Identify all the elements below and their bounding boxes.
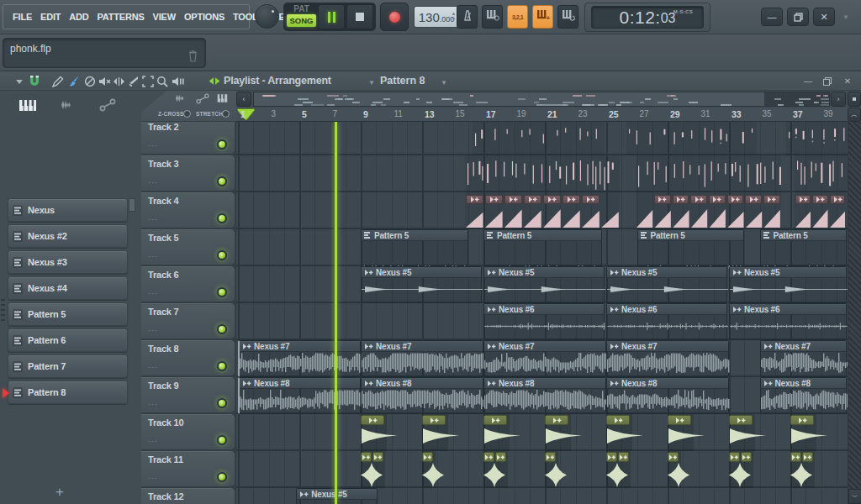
track-name[interactable]: Track 12: [148, 491, 183, 501]
track-led[interactable]: [217, 361, 227, 371]
chop-clip-header[interactable]: [654, 195, 671, 204]
hit-clip-header[interactable]: [729, 415, 753, 425]
chop-clip-header[interactable]: [563, 195, 580, 204]
track-name[interactable]: Track 10: [148, 417, 183, 428]
clip-star[interactable]: [790, 451, 815, 488]
chop-clip-header[interactable]: [543, 195, 561, 204]
clip-header[interactable]: Pattern 5: [362, 230, 467, 241]
track-header[interactable]: Track 3···: [141, 155, 235, 191]
clip-header[interactable]: Nexus #7: [362, 341, 483, 352]
hit-clip-header[interactable]: [545, 415, 568, 425]
chop-clip-header[interactable]: [812, 195, 828, 204]
clip-spikes[interactable]: [636, 155, 781, 192]
track-name[interactable]: Track 3: [148, 159, 179, 169]
mute-tool[interactable]: [97, 74, 112, 88]
hit-clip-header[interactable]: [741, 452, 752, 462]
track-led[interactable]: [217, 435, 227, 445]
clip-header[interactable]: Nexus #6: [484, 304, 604, 315]
track-options[interactable]: ···: [148, 215, 158, 223]
caret-down-tool[interactable]: [12, 74, 27, 88]
song-minimap[interactable]: [253, 92, 830, 107]
clip-header[interactable]: Nexus #8: [362, 378, 483, 389]
minimap-options-button[interactable]: [848, 92, 861, 107]
clip-chops[interactable]: [795, 192, 847, 229]
chop-clip-header[interactable]: [727, 195, 744, 204]
pat-label[interactable]: PAT: [287, 4, 316, 13]
track-header[interactable]: Track 8···: [141, 340, 235, 375]
clip-decay[interactable]: [606, 414, 632, 451]
clip-pattern[interactable]: Pattern 5: [361, 229, 468, 266]
track-header[interactable]: Track 4···: [141, 192, 235, 228]
chop-clip-header[interactable]: [524, 195, 541, 204]
clip-header[interactable]: Nexus #6: [607, 304, 726, 315]
clip-header[interactable]: Pattern 5: [638, 230, 744, 241]
track-name[interactable]: Track 9: [148, 381, 179, 391]
clip-decay[interactable]: [422, 414, 448, 451]
hit-clip-header[interactable]: [422, 415, 446, 425]
clip-decay[interactable]: [545, 414, 571, 451]
picker-item-pattern-8[interactable]: Pattern 8: [8, 381, 128, 404]
hit-clip-header[interactable]: [606, 452, 617, 462]
track-name[interactable]: Track 6: [148, 270, 179, 280]
track-name[interactable]: Track 5: [148, 233, 179, 243]
scroll-down-button[interactable]: ﹀: [848, 489, 861, 504]
track-header[interactable]: Track 11···: [141, 451, 235, 486]
playhead-marker[interactable]: [236, 108, 848, 122]
hit-clip-header[interactable]: [790, 415, 814, 425]
track-led[interactable]: [217, 324, 227, 334]
chop-clip-header[interactable]: [485, 195, 503, 204]
menu-item-add[interactable]: ADD: [65, 12, 92, 22]
automation-tab-icon[interactable]: [195, 93, 210, 104]
chop-clip-header[interactable]: [690, 195, 707, 204]
clip-star[interactable]: [361, 451, 385, 488]
chop-clip-header[interactable]: [466, 195, 483, 204]
hit-clip-header[interactable]: [361, 452, 372, 462]
maximize-button[interactable]: [787, 8, 809, 26]
playlist-minimize-button[interactable]: —: [800, 75, 816, 87]
clip-audio-blob[interactable]: Nexus #5: [483, 266, 605, 303]
clip-audio-blob[interactable]: Nexus #5: [606, 266, 727, 303]
clip-audio-dense[interactable]: Nexus #7: [238, 340, 361, 377]
clip-audio-dense[interactable]: Nexus #8: [361, 377, 483, 414]
project-title-field[interactable]: phonk.flp: [3, 38, 206, 68]
clip-header[interactable]: Nexus #7: [484, 341, 605, 352]
track-name[interactable]: Track 8: [148, 344, 179, 354]
blend-recording-toggle[interactable]: +: [532, 5, 553, 29]
clip-decay[interactable]: [668, 414, 694, 451]
clip-audio-dense[interactable]: Nexus #8: [483, 377, 606, 414]
clip-header[interactable]: Nexus #7: [240, 341, 360, 352]
vertical-scrollbar[interactable]: ﹀: [848, 122, 861, 504]
clip-audio-fuzz[interactable]: Nexus #6: [729, 303, 847, 340]
pause-button[interactable]: [318, 4, 345, 29]
clip-star[interactable]: [729, 451, 753, 488]
clip-header[interactable]: Nexus #6: [730, 304, 846, 315]
track-led[interactable]: [217, 398, 227, 408]
hit-clip-header[interactable]: [422, 452, 433, 462]
track-options[interactable]: ···: [148, 363, 158, 371]
track-header[interactable]: Track 12···: [141, 488, 235, 504]
track-options[interactable]: ···: [148, 326, 158, 334]
scroll-up-button[interactable]: ︿: [848, 108, 861, 122]
clip-header[interactable]: Nexus #5: [730, 267, 846, 278]
toolbar-overflow-caret[interactable]: ▼: [843, 13, 849, 21]
tab-audio[interactable]: [55, 96, 80, 114]
tab-patterns[interactable]: [15, 96, 40, 114]
magnet-tool[interactable]: [27, 74, 42, 88]
chop-clip-header[interactable]: [830, 195, 846, 204]
clip-pattern[interactable]: Pattern 5: [637, 229, 745, 266]
pat-song-toggle[interactable]: PAT SONG: [287, 4, 316, 29]
chop-clip-header[interactable]: [504, 195, 522, 204]
clip-spikes[interactable]: [626, 122, 757, 155]
picker-item-pattern-7[interactable]: Pattern 7: [8, 354, 128, 378]
clip-star[interactable]: [483, 451, 508, 488]
menu-item-patterns[interactable]: PATTERNS: [93, 12, 149, 22]
hit-clip-header[interactable]: [729, 452, 740, 462]
hit-clip-header[interactable]: [372, 452, 383, 462]
playlist-titlebar[interactable]: Playlist - Arrangement ▼ Pattern 8 ▼ — ✕: [0, 71, 861, 91]
metronome-toggle[interactable]: [457, 5, 478, 29]
timeline-ruler[interactable]: 13579111315171921232527293133353739: [236, 108, 848, 122]
minimap-scroll-left-button[interactable]: ‹: [236, 92, 251, 107]
track-header[interactable]: Track 7···: [141, 303, 235, 339]
clip-audio-fuzz[interactable]: Nexus #6: [606, 303, 727, 340]
chop-clip-header[interactable]: [795, 195, 811, 204]
